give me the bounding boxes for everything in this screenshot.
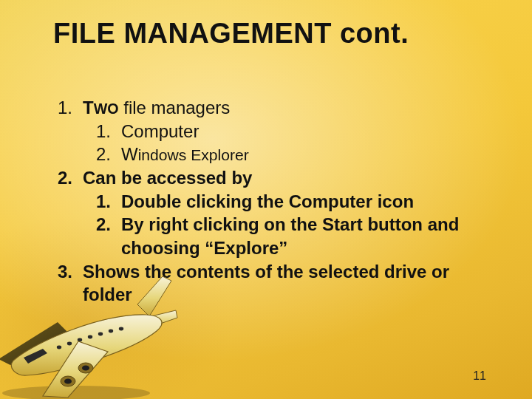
list-item: 1. Computer [96, 120, 495, 143]
airplane-illustration [0, 270, 183, 399]
svg-point-2 [67, 342, 72, 346]
list-item: 1. Double clicking the Computer icon [96, 190, 495, 214]
list-item: 2. Can be accessed by [58, 166, 495, 190]
list-item: 2. Windows Explorer [96, 143, 495, 166]
svg-point-11 [82, 365, 89, 370]
list-number: 2. [96, 213, 121, 259]
svg-point-1 [57, 346, 61, 349]
page-number: 11 [473, 369, 486, 383]
slide: FILE MANAGEMENT cont. 1. TWO file manage… [0, 0, 532, 399]
svg-point-10 [64, 378, 72, 383]
list-item: 2. By right clicking on the Start button… [96, 213, 495, 259]
list-item: 1. TWO file managers [58, 96, 495, 120]
svg-point-4 [88, 335, 92, 339]
list-text: Can be accessed by [83, 166, 495, 190]
slide-title: FILE MANAGEMENT cont. [53, 18, 502, 50]
list-text: Computer [121, 120, 495, 143]
svg-point-6 [109, 330, 113, 333]
list-text: TWO file managers [83, 96, 495, 120]
list-number: 2. [58, 166, 83, 190]
list-text: By right clicking on the Start button an… [121, 213, 495, 259]
list-text: Double clicking the Computer icon [121, 190, 495, 214]
list-number: 1. [96, 120, 121, 143]
list-number: 2. [96, 143, 121, 166]
list-number: 1. [58, 96, 83, 120]
svg-point-7 [119, 327, 123, 331]
list-number: 1. [96, 190, 121, 214]
list-text: Windows Explorer [121, 143, 495, 166]
svg-point-5 [98, 332, 103, 336]
